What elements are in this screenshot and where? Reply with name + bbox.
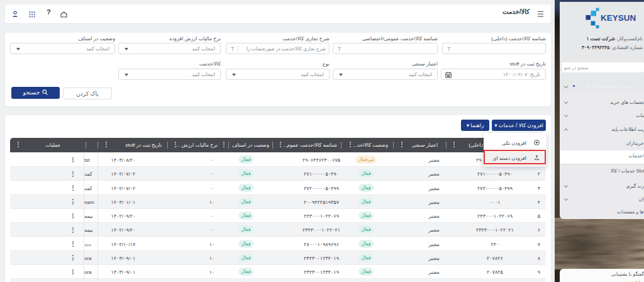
svg-text:KEYSUN: KEYSUN xyxy=(601,13,636,23)
